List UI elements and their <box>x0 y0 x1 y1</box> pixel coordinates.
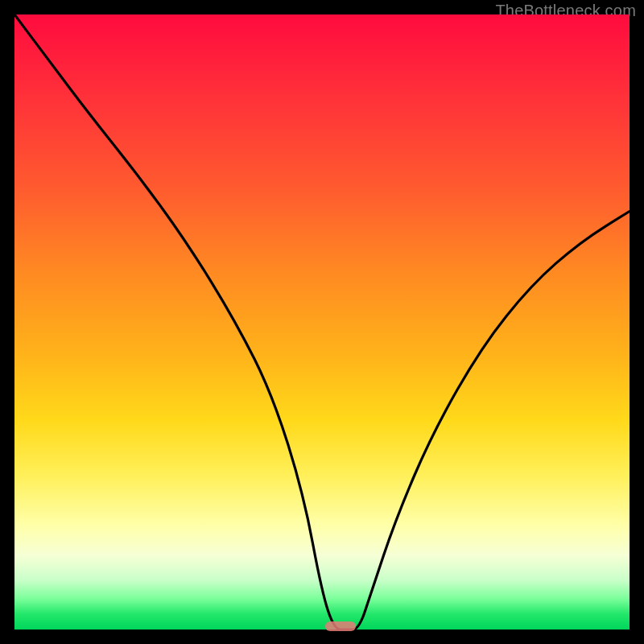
bottleneck-minimum-marker <box>325 621 356 631</box>
curve-path <box>14 14 630 630</box>
bottleneck-curve <box>14 14 630 630</box>
plot-area <box>14 14 630 630</box>
chart-frame: TheBottleneck.com <box>0 0 644 644</box>
